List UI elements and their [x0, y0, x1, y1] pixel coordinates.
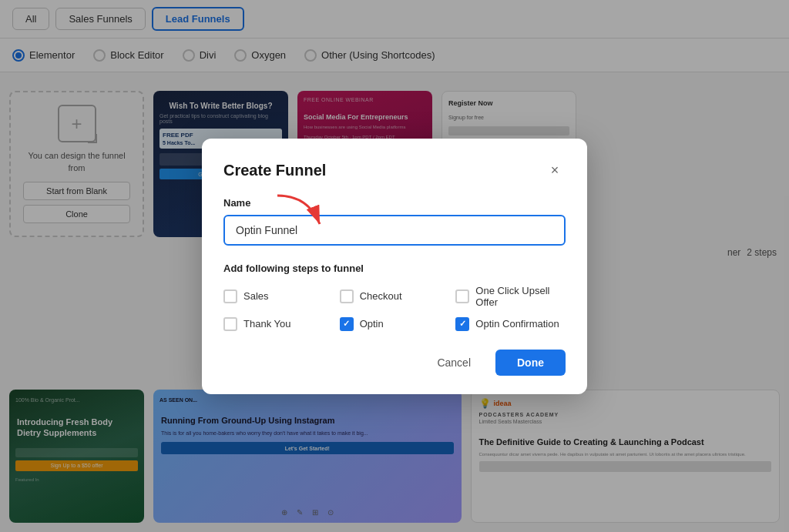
- cb-one-click-label: One Click Upsell Offer: [475, 285, 566, 308]
- checkbox-optin-confirm[interactable]: Optin Confirmation: [455, 317, 566, 331]
- cb-one-click: [455, 289, 469, 303]
- checkboxes-grid: Sales Checkout One Click Upsell Offer Th…: [223, 285, 566, 331]
- red-arrow-indicator: [270, 192, 331, 234]
- cb-sales-label: Sales: [243, 290, 269, 302]
- cb-optin: [340, 317, 354, 331]
- checkbox-one-click[interactable]: One Click Upsell Offer: [455, 285, 566, 308]
- create-funnel-modal: Create Funnel × Name Add following steps…: [202, 139, 587, 394]
- modal-close-button[interactable]: ×: [544, 160, 566, 182]
- cb-optin-label: Optin: [360, 318, 384, 330]
- checkbox-thank-you[interactable]: Thank You: [223, 317, 334, 331]
- checkbox-sales[interactable]: Sales: [223, 285, 334, 308]
- close-icon: ×: [551, 162, 559, 179]
- checkbox-checkout[interactable]: Checkout: [340, 285, 450, 308]
- done-button[interactable]: Done: [495, 350, 566, 376]
- cb-optin-confirm: [455, 317, 469, 331]
- steps-label: Add following steps to funnel: [223, 263, 566, 274]
- cb-thank-you: [223, 317, 237, 331]
- cb-optin-confirm-label: Optin Confirmation: [475, 318, 559, 330]
- checkbox-optin[interactable]: Optin: [340, 317, 450, 331]
- modal-title: Create Funnel: [223, 162, 326, 179]
- cb-checkout: [340, 289, 354, 303]
- cb-thank-you-label: Thank You: [243, 318, 290, 330]
- modal-footer: Cancel Done: [223, 350, 566, 376]
- cb-sales: [223, 289, 237, 303]
- cancel-button[interactable]: Cancel: [421, 350, 486, 376]
- modal-overlay: Create Funnel × Name Add following steps…: [0, 0, 789, 532]
- modal-header: Create Funnel ×: [223, 160, 566, 182]
- cb-checkout-label: Checkout: [360, 290, 402, 302]
- name-input-wrapper: [223, 215, 566, 246]
